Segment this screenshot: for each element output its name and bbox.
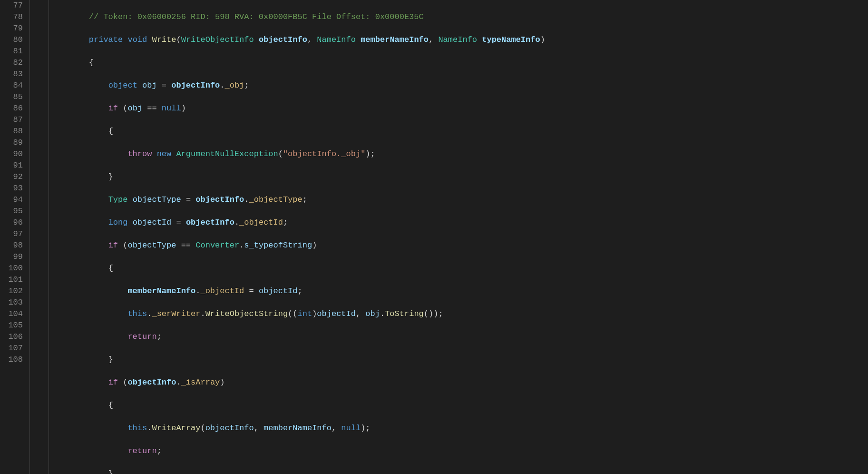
code-line[interactable]: object obj = objectInfo._obj; [69,80,868,91]
type: WriteObjectInfo [181,35,254,44]
variable: obj [127,104,142,113]
keyword: null [341,424,361,433]
indent-guides [29,0,68,474]
code-line[interactable]: { [69,126,868,137]
field: _serWriter [152,309,200,318]
line-number: 86 [4,103,23,114]
code-line[interactable]: { [69,57,868,69]
keyword: this [127,309,147,318]
code-line[interactable]: return; [69,331,868,343]
variable: objectType [133,195,181,204]
type: ArgumentNullException [176,149,278,158]
line-number: 106 [4,331,23,343]
field: _objectId [239,218,283,227]
code-line[interactable]: // Token: 0x06000256 RID: 598 RVA: 0x000… [69,11,868,23]
code-editor: 7778798081828384858687888990919293949596… [0,0,868,474]
code-line[interactable]: { [69,400,868,411]
param: memberNameInfo [263,424,332,433]
variable: objectType [127,241,176,250]
code-line[interactable]: private void Write(WriteObjectInfo objec… [69,34,868,46]
line-number: 96 [4,217,23,228]
variable: obj [365,309,380,318]
code-line[interactable]: this.WriteArray(objectInfo, memberNameIn… [69,423,868,434]
keyword: long [108,218,128,227]
brace: { [108,401,113,410]
brace: { [108,127,113,136]
code-line[interactable]: this._serWriter.WriteObjectString((int)o… [69,308,868,320]
param: memberNameInfo [127,286,195,296]
line-number: 92 [4,171,23,183]
code-line[interactable]: throw new ArgumentNullException("objectI… [69,148,868,160]
field: _obj [225,81,244,90]
line-number: 108 [4,354,23,365]
line-number: 80 [4,34,23,46]
line-number: 107 [4,343,23,354]
keyword: if [108,104,118,113]
code-line[interactable]: if (obj == null) [69,103,868,114]
keyword: if [108,241,118,250]
line-number: 104 [4,308,23,320]
line-number: 97 [4,228,23,240]
brace: } [108,172,113,181]
code-line[interactable]: if (objectInfo._isArray) [69,377,868,388]
keyword: return [127,446,156,455]
line-number: 93 [4,183,23,194]
keyword: if [108,378,118,387]
brace: { [89,58,94,67]
type: NameInfo [317,35,356,44]
line-number: 81 [4,46,23,57]
variable: objectId [317,309,356,318]
param: objectInfo [259,35,307,44]
field: _objectType [249,195,302,204]
line-number: 83 [4,69,23,80]
line-number: 84 [4,80,23,91]
code-line[interactable]: { [69,263,868,274]
brace: } [108,355,113,364]
variable: obj [142,81,157,90]
line-number: 98 [4,240,23,251]
code-line[interactable]: long objectId = objectInfo._objectId; [69,217,868,228]
comment: // Token: 0x06000256 RID: 598 RVA: 0x000… [89,12,424,21]
code-line[interactable]: Type objectType = objectInfo._objectType… [69,194,868,206]
param: objectInfo [195,195,244,204]
keyword: null [162,104,181,113]
keyword: throw [127,149,152,158]
line-number: 105 [4,320,23,331]
method: WriteArray [152,424,200,433]
line-number: 99 [4,251,23,263]
method-name: Write [152,35,176,44]
line-number: 102 [4,286,23,297]
code-line[interactable]: return; [69,445,868,457]
line-number: 100 [4,263,23,274]
code-line[interactable]: } [69,354,868,365]
param: memberNameInfo [361,35,429,44]
code-content[interactable]: // Token: 0x06000256 RID: 598 RVA: 0x000… [68,0,868,474]
keyword: object [108,81,137,90]
line-number: 87 [4,114,23,126]
param: objectInfo [186,218,234,227]
param: objectInfo [205,424,254,433]
keyword: return [127,332,156,341]
line-number: 89 [4,137,23,148]
keyword: new [157,149,172,158]
code-line[interactable]: memberNameInfo._objectId = objectId; [69,286,868,297]
type: int [298,309,312,318]
code-line[interactable]: } [69,468,868,474]
line-number: 94 [4,194,23,206]
line-number: 82 [4,57,23,69]
code-line[interactable]: } [69,171,868,183]
type: Type [108,195,128,204]
line-number: 77 [4,0,23,11]
variable: objectId [133,218,172,227]
field: _isArray [181,378,220,387]
string: "objectInfo._obj" [283,149,365,158]
keyword: void [127,35,147,44]
keyword: this [127,424,147,433]
param: typeNameInfo [482,35,540,44]
line-number-gutter: 7778798081828384858687888990919293949596… [0,0,29,474]
type: NameInfo [438,35,477,44]
code-line[interactable]: if (objectType == Converter.s_typeofStri… [69,240,868,251]
param: objectInfo [127,378,176,387]
line-number: 101 [4,274,23,286]
brace: { [108,264,113,273]
